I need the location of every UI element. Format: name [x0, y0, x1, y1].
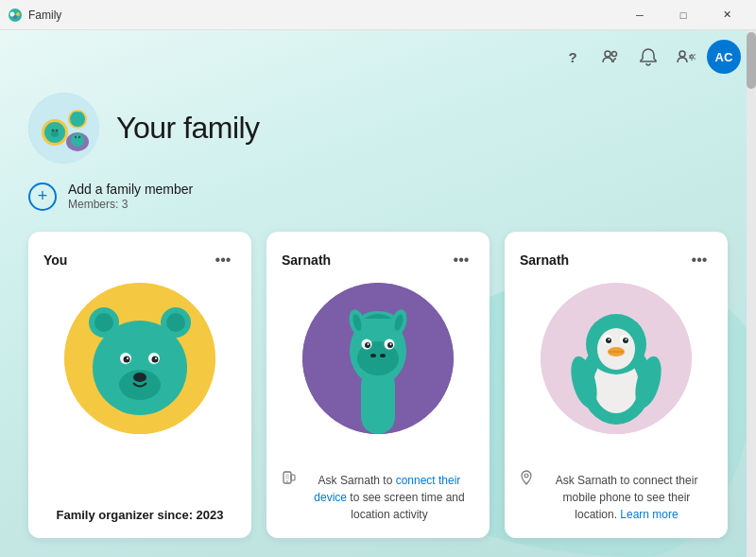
llama-svg [302, 283, 454, 434]
svg-point-14 [52, 130, 55, 132]
svg-point-18 [73, 113, 77, 117]
family-avatar [28, 93, 99, 164]
maximize-button[interactable]: □ [662, 0, 705, 30]
svg-point-67 [623, 338, 628, 343]
svg-point-27 [94, 313, 113, 332]
ellipsis-icon: ••• [454, 252, 470, 269]
svg-point-34 [152, 356, 159, 362]
card-sarnath1-footer: Ask Sarnath to connect their device to s… [282, 468, 474, 523]
app-container: ? [0, 30, 756, 557]
card-you-footer: Family organizer since: 2023 [43, 506, 236, 523]
ellipsis-icon: ••• [692, 252, 708, 269]
svg-point-52 [370, 354, 376, 357]
svg-point-37 [133, 373, 146, 382]
titlebar-left: Family [8, 8, 61, 23]
svg-point-69 [626, 339, 627, 340]
svg-point-6 [679, 51, 685, 57]
people-settings-button[interactable] [669, 40, 703, 74]
svg-point-4 [605, 51, 610, 57]
svg-point-12 [56, 124, 61, 130]
svg-point-28 [166, 313, 185, 332]
titlebar-controls: ─ □ ✕ [618, 0, 748, 30]
svg-point-66 [606, 338, 611, 343]
svg-point-50 [368, 343, 369, 345]
card-you-footer-text: Family organizer since: 2023 [56, 508, 223, 522]
minimize-button[interactable]: ─ [618, 0, 662, 30]
card-sarnath2-header: Sarnath ••• [520, 247, 713, 273]
avatar-initials: AC [715, 50, 733, 64]
card-sarnath1-desc: Ask Sarnath to connect their device to s… [304, 472, 474, 523]
svg-point-33 [124, 356, 130, 362]
card-sarnath1-animal [302, 283, 454, 434]
titlebar-title: Family [28, 9, 61, 22]
card-you-animal [64, 283, 215, 434]
add-member-label: Add a family member [68, 181, 193, 198]
cards-row: You ••• [0, 232, 756, 557]
svg-point-74 [524, 474, 528, 478]
card-sarnath2-menu-button[interactable]: ••• [686, 247, 713, 273]
header-section: Your family + Add a family member Member… [0, 83, 756, 232]
notifications-button[interactable] [631, 40, 665, 74]
svg-point-35 [127, 357, 129, 359]
location-icon [520, 470, 533, 485]
svg-point-7 [691, 56, 694, 59]
card-sarnath2-name: Sarnath [520, 252, 569, 268]
svg-point-53 [380, 354, 386, 357]
bear-svg [64, 283, 215, 434]
card-sarnath-2: Sarnath ••• [505, 232, 728, 538]
svg-point-36 [155, 357, 157, 359]
scrollbar-thumb[interactable] [747, 32, 756, 89]
svg-point-48 [365, 342, 370, 348]
svg-point-13 [51, 131, 59, 137]
svg-point-11 [48, 124, 54, 130]
close-button[interactable]: ✕ [705, 0, 748, 30]
card-you-menu-button[interactable]: ••• [210, 247, 236, 273]
titlebar: Family ─ □ ✕ [0, 0, 756, 30]
svg-point-68 [609, 339, 610, 340]
user-avatar-button[interactable]: AC [707, 40, 741, 74]
card-you: You ••• [28, 232, 251, 538]
bell-icon [640, 47, 657, 66]
device-svg [282, 470, 297, 485]
card-you-header: You ••• [43, 247, 236, 273]
svg-point-29 [93, 321, 187, 415]
header-row: Your family [28, 93, 728, 164]
card-sarnath2-icon-row: Ask Sarnath to connect their mobile phon… [520, 468, 713, 523]
penguin-svg [541, 283, 692, 434]
svg-point-2 [16, 12, 20, 16]
svg-point-19 [78, 113, 83, 117]
sarnath1-desc-mid: to see screen time and location activity [347, 491, 465, 521]
add-member-icon: + [28, 183, 57, 211]
svg-point-15 [56, 130, 59, 132]
people-gear-icon [676, 47, 696, 66]
topbar: ? [0, 30, 756, 83]
card-sarnath1-name: Sarnath [282, 252, 331, 268]
scrollbar[interactable] [747, 30, 756, 557]
svg-point-21 [71, 133, 84, 147]
svg-point-17 [70, 112, 85, 127]
page-title: Your family [116, 111, 260, 146]
svg-rect-56 [285, 474, 289, 479]
add-member-row[interactable]: + Add a family member Members: 3 [28, 181, 728, 213]
ellipsis-icon: ••• [215, 252, 232, 269]
device-icon [282, 470, 297, 485]
svg-point-22 [75, 136, 77, 138]
svg-point-49 [387, 342, 393, 348]
sarnath1-desc-pre: Ask Sarnath to [318, 474, 396, 487]
card-sarnath2-footer: Ask Sarnath to connect their mobile phon… [520, 468, 713, 523]
svg-point-57 [286, 480, 288, 482]
card-sarnath2-desc: Ask Sarnath to connect their mobile phon… [541, 472, 713, 523]
card-sarnath1-menu-button[interactable]: ••• [448, 247, 474, 273]
family-group-button[interactable] [593, 40, 627, 74]
family-avatar-image [28, 93, 99, 164]
sarnath2-learn-link[interactable]: Learn more [620, 508, 678, 521]
help-button[interactable]: ? [556, 40, 590, 74]
add-member-text: Add a family member Members: 3 [68, 181, 193, 213]
card-sarnath2-animal [541, 283, 692, 434]
app-icon [8, 8, 23, 23]
card-sarnath1-header: Sarnath ••• [282, 247, 474, 273]
help-icon: ? [568, 49, 576, 65]
location-svg [520, 470, 533, 485]
members-count: Members: 3 [68, 198, 193, 213]
svg-point-5 [612, 52, 617, 57]
